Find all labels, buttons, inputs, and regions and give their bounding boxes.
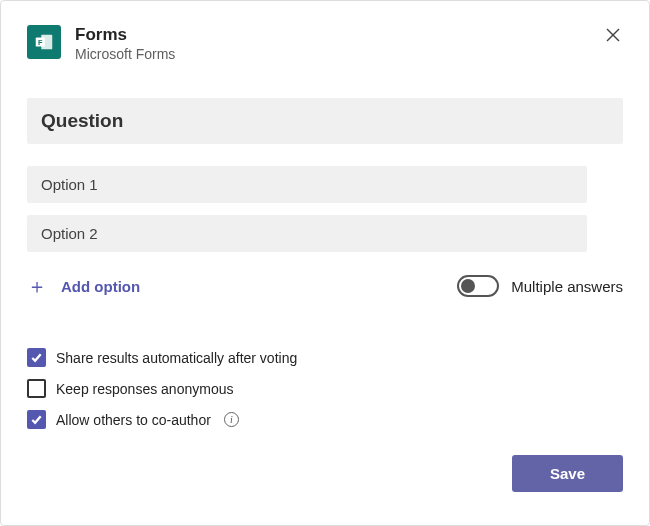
svg-text:F: F — [38, 38, 43, 47]
option-controls-row: ＋ Add option Multiple answers — [27, 272, 623, 300]
setting-anonymous: Keep responses anonymous — [27, 379, 623, 398]
save-button[interactable]: Save — [512, 455, 623, 492]
info-icon[interactable]: i — [224, 412, 239, 427]
app-title: Forms — [75, 25, 175, 45]
setting-label: Allow others to co-author — [56, 412, 211, 428]
checkmark-icon — [30, 413, 43, 426]
question-input[interactable] — [27, 98, 623, 144]
setting-coauthor: Allow others to co-author i — [27, 410, 623, 429]
multiple-answers-group: Multiple answers — [457, 275, 623, 297]
checkmark-icon — [30, 351, 43, 364]
add-option-button[interactable]: ＋ Add option — [27, 272, 140, 300]
forms-app-icon: F — [27, 25, 61, 59]
checkbox-anonymous[interactable] — [27, 379, 46, 398]
header-text: Forms Microsoft Forms — [75, 25, 175, 62]
option-input-1[interactable] — [27, 166, 587, 203]
option-input-2[interactable] — [27, 215, 587, 252]
forms-icon: F — [33, 31, 55, 53]
app-subtitle: Microsoft Forms — [75, 46, 175, 62]
checkbox-share-results[interactable] — [27, 348, 46, 367]
setting-label: Keep responses anonymous — [56, 381, 233, 397]
add-option-label: Add option — [61, 278, 140, 295]
close-icon — [605, 27, 621, 43]
dialog-footer: Save — [27, 455, 623, 492]
setting-label: Share results automatically after voting — [56, 350, 297, 366]
dialog-header: F Forms Microsoft Forms — [27, 25, 623, 62]
settings-list: Share results automatically after voting… — [27, 348, 623, 429]
plus-icon: ＋ — [27, 276, 47, 296]
multiple-answers-label: Multiple answers — [511, 278, 623, 295]
checkbox-coauthor[interactable] — [27, 410, 46, 429]
setting-share-results: Share results automatically after voting — [27, 348, 623, 367]
forms-dialog: F Forms Microsoft Forms ＋ Add option Mul… — [0, 0, 650, 526]
multiple-answers-toggle[interactable] — [457, 275, 499, 297]
toggle-knob — [461, 279, 475, 293]
close-button[interactable] — [601, 23, 625, 47]
